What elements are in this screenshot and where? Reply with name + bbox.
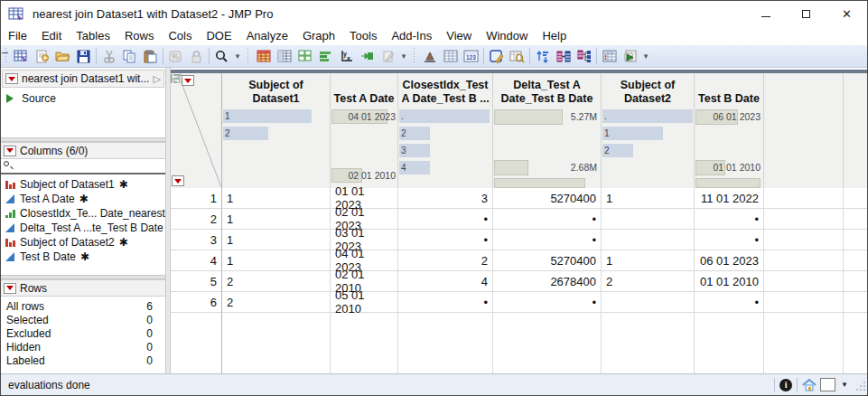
column-info-button[interactable]: 123 — [461, 46, 481, 66]
save-button[interactable] — [73, 46, 94, 66]
cell-empty[interactable] — [844, 188, 867, 209]
resize-grip[interactable] — [854, 379, 866, 391]
run-script-button[interactable] — [620, 46, 640, 66]
maximize-button[interactable] — [786, 1, 826, 26]
cell-subject1[interactable]: 1 — [222, 250, 331, 271]
cell-test-b-date[interactable]: 01 01 2010 — [695, 271, 764, 292]
header-graph-closestidx[interactable]: . 2 3 4 — [398, 108, 493, 188]
table-row[interactable]: 6 2 05 01 2010 • • • — [171, 292, 867, 313]
table-row[interactable]: 3 1 03 01 2023 • • • — [171, 230, 867, 250]
cell-closestidx[interactable]: • — [398, 292, 493, 313]
cell-empty[interactable] — [764, 250, 844, 271]
cell-subject2[interactable] — [602, 230, 695, 250]
cell-empty[interactable] — [764, 230, 844, 250]
toolbar-overflow-button[interactable]: ▾ — [398, 52, 409, 60]
column-viewer-button[interactable] — [507, 46, 527, 66]
column-header-subject-dataset1[interactable]: Subject ofDataset1 — [222, 73, 331, 108]
recode-button[interactable] — [165, 46, 186, 66]
cell-empty[interactable] — [764, 188, 844, 209]
cell-subject2[interactable]: 1 — [602, 250, 695, 271]
cell-empty[interactable] — [844, 292, 867, 313]
data-table-button[interactable] — [253, 46, 274, 66]
row-number[interactable]: 6 — [171, 292, 222, 313]
menu-rows[interactable]: Rows — [117, 27, 162, 44]
menu-view[interactable]: View — [439, 27, 479, 44]
cell-subject2[interactable]: 1 — [602, 188, 695, 209]
cell-closestidx[interactable]: 2 — [398, 250, 493, 271]
menu-doe[interactable]: DOE — [199, 27, 238, 44]
search-button[interactable] — [211, 46, 232, 66]
header-graph-subject-dataset1[interactable]: 1 2 — [222, 108, 331, 188]
cell-empty[interactable] — [844, 250, 867, 271]
header-graph-test-b-date[interactable]: 06 01 2023 01 01 2010 — [695, 108, 764, 188]
cell-delta[interactable]: • — [493, 230, 602, 250]
toolbar-grip[interactable] — [413, 48, 417, 64]
cell-delta[interactable]: 5270400 — [493, 188, 602, 209]
update-table-button[interactable] — [574, 46, 594, 66]
column-item-subject-dataset2[interactable]: Subject of Dataset2 ✱ — [1, 235, 165, 250]
cell-closestidx[interactable]: • — [398, 209, 493, 230]
row-number[interactable]: 1 — [171, 188, 222, 209]
menu-addins[interactable]: Add-Ins — [384, 27, 439, 44]
cell-test-b-date[interactable]: • — [695, 209, 764, 230]
cell-empty[interactable] — [844, 271, 867, 292]
row-number[interactable]: 4 — [171, 250, 222, 271]
menu-tools[interactable]: Tools — [342, 27, 384, 44]
table-row[interactable]: 1 1 01 01 2023 3 5270400 1 11 01 2022 — [171, 188, 867, 209]
tabulate-button[interactable] — [599, 46, 620, 66]
home-icon[interactable] — [802, 379, 817, 391]
menu-edit[interactable]: Edit — [34, 27, 69, 44]
summary-button[interactable] — [274, 46, 294, 66]
toolbar-grip[interactable] — [5, 48, 9, 64]
close-button[interactable]: ✕ — [826, 1, 867, 26]
column-item-test-b-date[interactable]: Test B Date ✱ — [1, 250, 165, 264]
column-header-subject-dataset2[interactable]: Subject ofDataset2 — [602, 73, 695, 108]
rows-header-menu-button[interactable] — [172, 175, 184, 186]
select-tool-button[interactable] — [486, 46, 507, 66]
cell-delta[interactable]: • — [493, 292, 602, 313]
expand-arrow-icon[interactable]: ▷ — [154, 73, 161, 85]
new-data-table-button[interactable] — [11, 46, 32, 66]
new-column-button[interactable] — [440, 46, 461, 66]
row-number[interactable]: 3 — [171, 230, 222, 250]
cell-closestidx[interactable]: • — [398, 230, 493, 250]
toolbar-grip[interactable] — [247, 48, 251, 64]
column-item-test-a-date[interactable]: Test A Date ✱ — [1, 192, 165, 206]
cell-subject2[interactable] — [602, 209, 695, 230]
column-header-delta[interactable]: Delta_Test ADate_Test B Date — [493, 73, 602, 108]
cell-subject1[interactable]: 2 — [222, 292, 331, 313]
menu-cols[interactable]: Cols — [161, 27, 199, 44]
table-row[interactable]: 4 1 04 01 2023 2 5270400 1 06 01 2023 — [171, 250, 867, 271]
cell-subject2[interactable]: 2 — [602, 271, 695, 292]
table-row[interactable]: 2 1 02 01 2023 • • • — [171, 209, 867, 230]
toolbar-overflow-button[interactable]: ▾ — [232, 52, 243, 60]
header-graph-delta[interactable]: 5.27M 2.68M — [493, 108, 602, 188]
menu-window[interactable]: Window — [479, 27, 535, 44]
menu-file[interactable]: File — [1, 27, 34, 44]
cell-closestidx[interactable]: 3 — [398, 188, 493, 209]
cell-test-b-date[interactable]: 11 01 2022 — [695, 188, 764, 209]
status-checkbox[interactable] — [820, 378, 835, 391]
cell-empty[interactable] — [764, 292, 844, 313]
graph-builder-button[interactable] — [315, 46, 336, 66]
row-number[interactable]: 5 — [171, 271, 222, 292]
cell-subject1[interactable]: 1 — [222, 209, 331, 230]
table-row[interactable]: 5 2 02 01 2010 4 2678400 2 01 01 2010 — [171, 271, 867, 292]
toolbar-overflow-button[interactable]: ▾ — [640, 52, 651, 60]
header-graph-test-a-date[interactable]: 04 01 2023 02 01 2010 — [331, 108, 398, 188]
cell-test-b-date[interactable]: • — [695, 292, 764, 313]
menu-help[interactable]: Help — [535, 27, 574, 44]
cell-delta[interactable]: 5270400 — [493, 250, 602, 271]
cell-delta[interactable]: • — [493, 209, 602, 230]
distribution-button[interactable] — [419, 46, 440, 66]
column-item-closestidx[interactable]: ClosestIdx_Te... Date_nearest — [1, 206, 165, 221]
cut-button[interactable] — [98, 46, 119, 66]
rows-menu-button[interactable] — [4, 283, 16, 294]
column-header-test-b-date[interactable]: Test B Date — [695, 73, 764, 108]
join-tables-button[interactable] — [553, 46, 574, 66]
minimize-button[interactable] — [745, 1, 786, 26]
cell-subject1[interactable]: 1 — [222, 230, 331, 250]
sort-button[interactable] — [532, 46, 553, 66]
menu-analyze[interactable]: Analyze — [239, 27, 295, 44]
column-header-closestidx[interactable]: ClosestIdx_TestA Date_Test B ... — [398, 73, 493, 108]
